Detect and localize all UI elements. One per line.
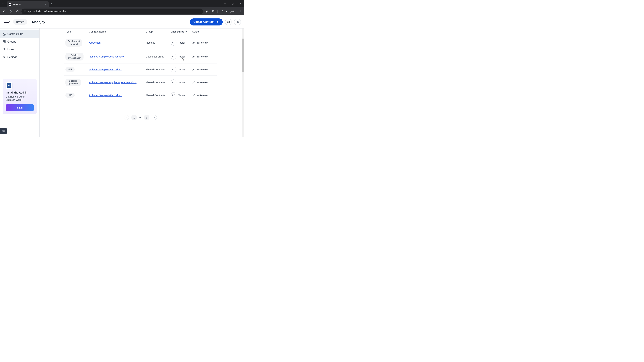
contracts-table: Type Contract Name Group Last Edited Sta… [64, 28, 217, 101]
help-button[interactable] [225, 18, 232, 25]
svg-point-28 [214, 82, 214, 82]
svg-point-27 [214, 81, 214, 82]
svg-rect-5 [26, 11, 26, 12]
stage-label: In Review [196, 81, 208, 84]
type-badge: SupplierAgreement [66, 79, 81, 86]
svg-point-15 [4, 57, 5, 58]
svg-rect-13 [4, 42, 5, 43]
scrollbar[interactable] [242, 28, 244, 137]
svg-rect-3 [25, 10, 26, 11]
sidebar-item-groups[interactable]: Groups [0, 38, 40, 45]
address-bar[interactable]: app.robinai.co.uk/review/contract-hub [22, 8, 203, 14]
addin-title: Install the Add-in [6, 91, 34, 94]
tab-search-dropdown[interactable] [0, 0, 7, 7]
row-actions-button[interactable] [213, 68, 215, 71]
svg-point-24 [214, 68, 214, 69]
gear-icon [2, 55, 6, 59]
new-tab-button[interactable]: + [51, 2, 52, 5]
svg-rect-10 [3, 40, 4, 41]
sidebar-item-contract-hub[interactable]: Contract Hub [0, 30, 40, 38]
editor-avatar: LD [171, 79, 176, 85]
install-addin-button[interactable]: Install [6, 104, 34, 111]
chevron-down-icon [2, 3, 4, 5]
url-text: app.robinai.co.uk/review/contract-hub [28, 10, 67, 13]
row-actions-button[interactable] [213, 81, 215, 84]
table-row: Articlesof Association Robin AI Sample C… [64, 50, 217, 63]
back-button[interactable] [1, 9, 7, 14]
svg-point-6 [240, 10, 240, 11]
browser-tab[interactable]: Robin AI × [7, 1, 49, 7]
user-icon [2, 48, 6, 51]
tab-title: Robin AI [13, 3, 21, 6]
browser-menu-button[interactable] [238, 9, 243, 14]
more-icon [213, 68, 215, 70]
user-avatar[interactable]: LD [234, 18, 241, 25]
svg-point-21 [214, 55, 214, 56]
sidebar: Contract Hub Groups Users Settings W Ins… [0, 28, 40, 137]
column-name[interactable]: Contract Name [88, 28, 144, 36]
contract-link[interactable]: Robin AI Sample Supplier Agreement.docx [89, 81, 136, 84]
next-page-button[interactable] [152, 115, 157, 120]
pagination: 1 of 1 [64, 115, 217, 127]
main-content: Type Contract Name Group Last Edited Sta… [40, 28, 244, 137]
svg-point-18 [214, 41, 214, 42]
sidebar-item-users[interactable]: Users [0, 45, 40, 53]
page-of-label: of [139, 116, 142, 119]
edited-date: Today [178, 68, 185, 71]
contract-link[interactable]: Robin AI Sample NDA 1.docx [89, 68, 122, 71]
robin-logo[interactable] [3, 19, 10, 25]
reload-button[interactable] [15, 9, 20, 14]
svg-rect-12 [3, 42, 4, 43]
column-last-edited[interactable]: Last Edited [170, 28, 191, 36]
more-icon [213, 55, 215, 58]
row-actions-button[interactable] [213, 55, 215, 58]
svg-point-20 [214, 43, 214, 43]
edited-date: Today [178, 55, 185, 58]
editor-avatar: LD [171, 67, 176, 72]
svg-point-29 [214, 83, 214, 83]
svg-rect-2 [24, 10, 25, 11]
addin-description: Get Reports within Microsoft Word! [6, 95, 34, 102]
tab-close-button[interactable]: × [45, 3, 46, 6]
row-actions-button[interactable] [213, 41, 215, 44]
extensions-button[interactable] [210, 9, 216, 14]
app-header: Review Moodjoy Upload Contract LD [0, 15, 244, 28]
bookmark-button[interactable] [204, 9, 210, 14]
sidebar-item-settings[interactable]: Settings [0, 53, 40, 61]
edit-icon [192, 55, 195, 58]
column-stage[interactable]: Stage [191, 28, 211, 36]
forward-button[interactable] [8, 9, 14, 14]
question-icon [227, 20, 230, 23]
maximize-button[interactable] [229, 0, 236, 7]
upload-contract-button[interactable]: Upload Contract [190, 18, 223, 25]
grid-icon [2, 40, 6, 43]
contract-link[interactable]: Robin AI Sample NDA 2.docx [89, 94, 122, 97]
minimize-button[interactable] [221, 0, 229, 7]
contract-link[interactable]: Robin AI Sample Contract.docx [89, 55, 124, 58]
upload-icon [216, 20, 219, 23]
review-nav[interactable]: Review [13, 19, 27, 25]
stage-label: In Review [196, 41, 208, 44]
type-badge: Articlesof Association [66, 53, 84, 60]
column-group[interactable]: Group [144, 28, 170, 36]
svg-rect-1 [232, 3, 233, 4]
svg-point-19 [214, 42, 214, 43]
total-pages: 1 [144, 115, 150, 120]
stage-label: In Review [196, 94, 208, 97]
type-badge: NDA [66, 93, 75, 98]
group-cell: Shared Contracts [144, 63, 170, 75]
window-controls [221, 0, 244, 7]
floating-help-button[interactable] [0, 128, 7, 134]
incognito-indicator[interactable]: Incognito [219, 10, 237, 13]
site-settings-icon[interactable] [24, 10, 26, 13]
type-badge: NDA [66, 67, 75, 72]
row-actions-button[interactable] [213, 94, 215, 97]
contract-link[interactable]: Agreement [89, 41, 101, 44]
column-type[interactable]: Type [64, 28, 88, 36]
svg-point-22 [214, 56, 214, 57]
svg-point-14 [4, 48, 5, 50]
scrollbar-thumb[interactable] [242, 38, 244, 72]
group-cell: Shared Contracts [144, 89, 170, 101]
prev-page-button[interactable] [124, 115, 129, 120]
close-window-button[interactable] [236, 0, 244, 7]
